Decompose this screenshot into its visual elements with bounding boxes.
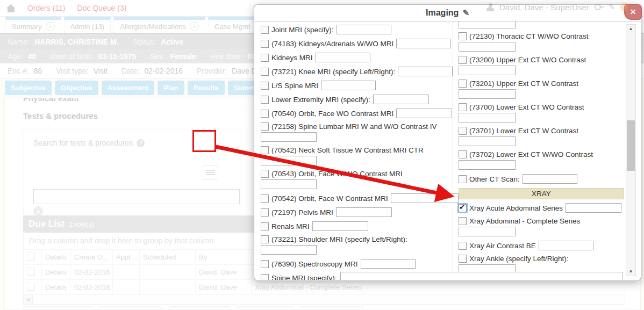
specify-input[interactable] (459, 89, 516, 99)
checkbox[interactable] (261, 110, 269, 118)
checkbox[interactable] (261, 40, 269, 48)
checkbox[interactable] (261, 194, 269, 203)
xray-acute-abdominal-checkbox[interactable]: ✔ (459, 204, 467, 212)
item-label: (70540) Orbit, Face WO Contrast MRI (271, 110, 393, 118)
item-label: (73721) Knee MRI (specify Left/Right): (271, 68, 395, 76)
checkbox[interactable] (459, 127, 467, 135)
specify-input[interactable] (337, 25, 391, 34)
xray-section-header: XRAY (459, 188, 624, 199)
item-label: (73702) Lower Ext CT W/WO Contrast (469, 150, 593, 158)
item-label: L/S Spine MRI (271, 82, 318, 90)
pencil-icon[interactable]: ✎ (609, 2, 616, 12)
checkbox[interactable] (261, 68, 269, 76)
specify-input[interactable] (316, 53, 370, 62)
item-label: Kidneys MRI (271, 54, 313, 62)
checkbox[interactable] (261, 122, 269, 131)
item-label: Other CT Scan: (469, 175, 520, 183)
user-name: David, Dave - SuperUser (499, 3, 589, 12)
item-label: Xray Acute Abdominal Series (469, 204, 563, 212)
item-label: (72197) Pelvis MRI (271, 208, 333, 217)
checkbox[interactable] (261, 274, 269, 280)
item-label: Xray Air Contrast BE (469, 242, 536, 250)
edit-pencil-icon[interactable]: ✎ (462, 8, 469, 18)
checkbox[interactable] (459, 103, 467, 111)
checkbox[interactable] (459, 175, 467, 183)
item-label: (70542) Orbit, Face W Contrast MRI (271, 194, 388, 203)
specify-input[interactable] (261, 179, 317, 189)
specify-input[interactable] (523, 174, 577, 184)
specify-input[interactable] (398, 67, 453, 76)
scroll-down-icon[interactable]: ▼ (626, 268, 635, 276)
item-label: (72130) Thoracic CT W/WO Contrast (469, 32, 589, 40)
checkbox[interactable] (261, 26, 269, 34)
specify-input[interactable] (396, 39, 451, 48)
item-label: Joint MRI (specify): (271, 26, 334, 34)
checkbox[interactable] (261, 96, 269, 104)
item-label: (70542) Neck Soft Tissue W Contrast MRI … (271, 146, 424, 154)
item-label: (73701) Lower Ext CT W Contrast (469, 127, 578, 135)
specify-input[interactable] (459, 21, 516, 28)
imaging-left-column: Joint MRI (specify): (74183) Kidneys/Adr… (261, 25, 450, 280)
modal-body: Joint MRI (specify): (74183) Kidneys/Adr… (254, 21, 641, 280)
user-header: David, Dave - SuperUser ✎ ? (486, 2, 629, 12)
help-circle-icon[interactable]: ? (620, 3, 629, 11)
item-label: Spine MRI (specify): (271, 274, 337, 280)
specify-input[interactable] (361, 259, 416, 269)
annotation-highlight-box (192, 130, 216, 152)
checkbox[interactable] (261, 235, 269, 243)
specify-input[interactable] (566, 203, 621, 213)
item-label: (76390) Spectroscopy MRI (271, 260, 358, 268)
specify-input[interactable] (261, 156, 317, 165)
column-divider (453, 21, 453, 280)
item-label: (73200) Upper Ext CT W/O Contrast (469, 56, 586, 64)
key-icon[interactable] (595, 4, 601, 10)
checkbox[interactable] (459, 255, 467, 263)
item-label: (73700) Lower Ext CT WO Contrast (469, 103, 584, 111)
specify-input[interactable] (312, 221, 368, 231)
specify-input[interactable] (459, 136, 516, 146)
specify-input[interactable] (396, 109, 452, 118)
item-label: (72158) Spine Lumbar MRI W and W/O Contr… (271, 122, 437, 131)
checkbox[interactable] (459, 80, 467, 88)
checkbox[interactable] (459, 217, 467, 225)
checkbox[interactable] (261, 82, 269, 90)
scroll-up-icon[interactable]: ▲ (626, 25, 635, 33)
specify-input[interactable] (539, 241, 593, 250)
checkbox[interactable] (459, 242, 467, 250)
specify-input[interactable] (459, 66, 516, 75)
checkbox[interactable] (261, 146, 269, 154)
checkbox[interactable] (459, 32, 467, 40)
specify-input[interactable] (391, 193, 459, 203)
modal-title: Imaging (426, 8, 459, 18)
bottom-row-input[interactable] (340, 272, 623, 280)
specify-input[interactable] (321, 81, 376, 90)
item-label: Xray Abdominal - Complete Series (469, 217, 580, 225)
imaging-modal: Imaging ✎ ✕ Joint MRI (specify): (74183)… (254, 4, 641, 281)
checkbox[interactable] (261, 222, 269, 230)
item-label: Lower Extremity MRI (specify): (271, 96, 370, 104)
specify-input[interactable] (459, 113, 516, 122)
modal-scrollbar[interactable]: ▲ ▼ (626, 24, 636, 276)
specify-input[interactable] (373, 95, 429, 104)
imaging-right-column: (72130) Thoracic CT W/WO Contrast (73200… (459, 21, 624, 280)
item-label: Renals MRI (271, 222, 310, 230)
item-label: (73201) Upper Ext CT W Contrast (469, 80, 578, 88)
checkbox[interactable] (459, 150, 467, 158)
scrollbar-thumb[interactable] (627, 120, 635, 171)
checkbox[interactable] (261, 54, 269, 62)
checkbox[interactable] (261, 260, 269, 268)
specify-input[interactable] (261, 132, 317, 142)
specify-input[interactable] (459, 160, 516, 170)
specify-input[interactable] (459, 42, 516, 52)
user-icon (486, 3, 494, 11)
checkbox[interactable] (459, 56, 467, 64)
check-icon: ✔ (459, 203, 465, 211)
item-label: (73221) Shoulder MRI (specify Left/Right… (271, 235, 407, 243)
app-window: Orders (11) Doc Queue (3) Summary ↗ Admi… (0, 0, 644, 310)
specify-input[interactable] (261, 245, 317, 255)
checkbox[interactable] (261, 170, 269, 178)
checkbox[interactable] (261, 208, 269, 217)
specify-input[interactable] (336, 207, 392, 217)
item-label: (70543) Orbit, Face W/WO Contrast MRI (271, 170, 403, 178)
specify-input[interactable] (459, 227, 516, 236)
